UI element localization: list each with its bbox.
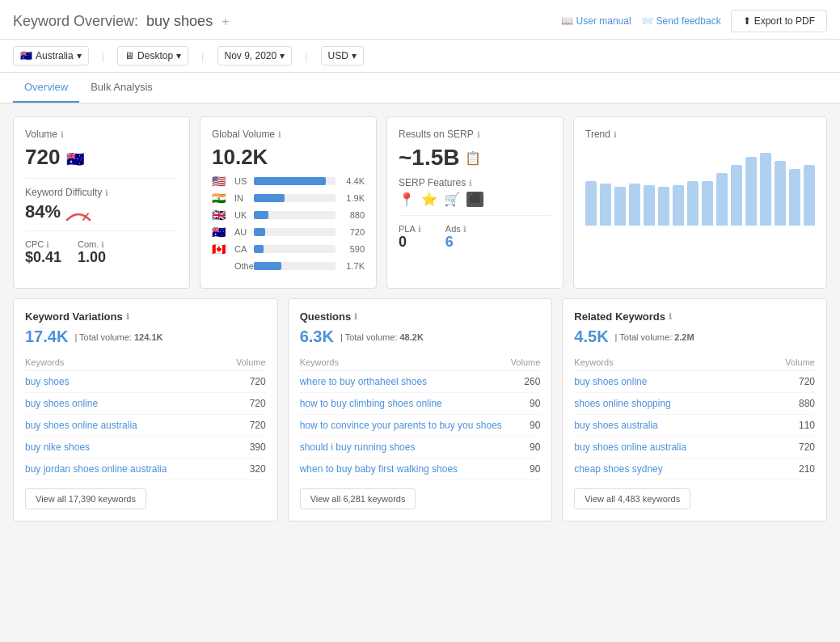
chevron-down-icon-4: ▾ xyxy=(352,50,357,61)
q-kw-vol: 90 xyxy=(509,458,540,480)
currency-label: USD xyxy=(328,50,348,61)
gv-row-us: 🇺🇸 US 4.4K xyxy=(212,175,365,188)
com-info-icon[interactable]: ℹ xyxy=(101,240,104,249)
table-row: shoes online shopping880 xyxy=(574,393,815,415)
tab-bulk-analysis[interactable]: Bulk Analysis xyxy=(79,73,164,103)
serp-features-info-icon[interactable]: ℹ xyxy=(469,179,472,188)
feedback-icon: 📨 xyxy=(641,15,653,27)
currency-filter[interactable]: USD ▾ xyxy=(321,46,364,65)
q-kw-vol: 260 xyxy=(509,371,540,393)
location-icon: 📍 xyxy=(399,192,415,207)
serp-info-icon[interactable]: ℹ xyxy=(477,130,480,139)
kw-vol: 720 xyxy=(224,393,266,415)
volume-flag: 🇦🇺 xyxy=(66,151,84,167)
kw-link[interactable]: buy shoes online australia xyxy=(25,415,224,437)
trend-bar xyxy=(673,185,684,226)
kv-view-all-button[interactable]: View all 17,390 keywords xyxy=(25,488,146,509)
send-feedback-link[interactable]: 📨 Send feedback xyxy=(641,15,721,27)
rk-kw-link[interactable]: buy shoes online xyxy=(574,371,764,393)
country-filter[interactable]: 🇦🇺 Australia ▾ xyxy=(13,46,89,65)
user-manual-link[interactable]: 📖 User manual xyxy=(561,15,631,27)
date-filter[interactable]: Nov 9, 2020 ▾ xyxy=(217,46,293,65)
global-volume-info-icon[interactable]: ℹ xyxy=(278,130,281,139)
book-icon: 📖 xyxy=(561,15,573,27)
serp-features-icons: 📍 ⭐ 🛒 ⬛ xyxy=(399,192,551,207)
table-row: buy shoes online720 xyxy=(25,393,266,415)
table-row: buy jordan shoes online australia320 xyxy=(25,458,266,480)
table-row: where to buy orthaheel shoes260 xyxy=(300,371,541,393)
pla-info-icon[interactable]: ℹ xyxy=(418,225,421,234)
kv-count: 17.4K xyxy=(25,327,68,346)
q-kw-link[interactable]: should i buy running shoes xyxy=(300,437,510,458)
gv-row-uk: 🇬🇧 UK 880 xyxy=(212,209,365,222)
kv-table: Keywords Volume buy shoes720buy shoes on… xyxy=(25,354,266,480)
trend-bar xyxy=(760,153,771,226)
kv-info-icon[interactable]: ℹ xyxy=(126,312,129,321)
q-kw-link[interactable]: how to buy climbing shoes online xyxy=(300,393,510,415)
global-volume-label: Global Volume xyxy=(212,129,275,140)
us-flag: 🇺🇸 xyxy=(212,175,230,188)
device-label: Desktop xyxy=(137,50,173,61)
q-kw-link[interactable]: when to buy baby first walking shoes xyxy=(300,458,510,480)
serp-features-label: SERP Features ℹ xyxy=(399,177,551,188)
filters-bar: 🇦🇺 Australia ▾ | 🖥 Desktop ▾ | Nov 9, 20… xyxy=(0,40,840,73)
kw-link[interactable]: buy jordan shoes online australia xyxy=(25,458,224,480)
trend-info-icon[interactable]: ℹ xyxy=(614,130,617,139)
table-row: when to buy baby first walking shoes90 xyxy=(300,458,541,480)
keyword-title: buy shoes xyxy=(146,13,213,29)
block-icon: ⬛ xyxy=(466,192,483,207)
kd-info-icon[interactable]: ℹ xyxy=(105,188,108,197)
kd-label: Keyword Difficulty xyxy=(25,187,102,198)
rk-table: Keywords Volume buy shoes online720shoes… xyxy=(574,354,815,480)
tab-overview[interactable]: Overview xyxy=(13,73,79,103)
pla-ads-row: PLA ℹ 0 Ads ℹ 6 xyxy=(399,224,551,251)
device-filter[interactable]: 🖥 Desktop ▾ xyxy=(117,46,188,65)
kw-link[interactable]: buy shoes online xyxy=(25,393,224,415)
rk-kw-link[interactable]: buy shoes online australia xyxy=(574,437,764,458)
rk-kw-link[interactable]: cheap shoes sydney xyxy=(574,458,764,480)
table-row: buy nike shoes390 xyxy=(25,437,266,458)
add-keyword-icon[interactable]: + xyxy=(222,15,229,28)
q-kw-vol: 90 xyxy=(509,393,540,415)
trend-bar xyxy=(687,181,699,226)
serp-label: Results on SERP xyxy=(399,129,474,140)
rk-info-icon[interactable]: ℹ xyxy=(669,312,672,321)
export-pdf-button[interactable]: ⬆ Export to PDF xyxy=(731,10,827,32)
kd-gauge xyxy=(65,205,91,218)
q-kw-link[interactable]: how to convince your parents to buy you … xyxy=(300,415,510,437)
kw-link[interactable]: buy shoes xyxy=(25,371,224,393)
q-view-all-button[interactable]: View all 6,281 keywords xyxy=(300,488,416,509)
global-volume-card: Global Volume ℹ 10.2K 🇺🇸 US 4.4K 🇮🇳 IN 1… xyxy=(200,116,377,289)
in-flag: 🇮🇳 xyxy=(212,192,230,205)
kw-link[interactable]: buy nike shoes xyxy=(25,437,224,458)
global-volume-value: 10.2K xyxy=(212,145,365,170)
rk-kw-vol: 110 xyxy=(765,415,815,437)
table-row: how to buy climbing shoes online90 xyxy=(300,393,541,415)
q-col-vol: Volume xyxy=(509,354,540,371)
star-icon: ⭐ xyxy=(421,192,437,207)
trend-bar xyxy=(731,165,742,226)
rk-title: Related Keywords xyxy=(574,310,665,323)
rk-kw-link[interactable]: shoes online shopping xyxy=(574,393,764,415)
cpc-info-icon[interactable]: ℹ xyxy=(46,240,49,249)
rk-kw-link[interactable]: buy shoes australia xyxy=(574,415,764,437)
trend-bar xyxy=(600,184,611,226)
ads-info-icon[interactable]: ℹ xyxy=(463,225,466,234)
volume-value: 720 🇦🇺 xyxy=(25,145,178,170)
kw-vol: 390 xyxy=(224,437,266,458)
q-info-icon[interactable]: ℹ xyxy=(354,312,357,321)
volume-info-icon[interactable]: ℹ xyxy=(61,130,64,139)
q-kw-link[interactable]: where to buy orthaheel shoes xyxy=(300,371,510,393)
rk-col-kw: Keywords xyxy=(574,354,764,371)
table-row: buy shoes720 xyxy=(25,371,266,393)
main-content: Volume ℹ 720 🇦🇺 Keyword Difficulty ℹ 84% xyxy=(0,103,840,534)
rk-view-all-button[interactable]: View all 4,483 keywords xyxy=(574,488,690,509)
table-row: how to convince your parents to buy you … xyxy=(300,415,541,437)
filter-separator-2: | xyxy=(201,50,204,62)
gv-row-in: 🇮🇳 IN 1.9K xyxy=(212,192,365,205)
kv-col-vol: Volume xyxy=(224,354,266,371)
kv-total: | Total volume: 124.1K xyxy=(74,332,163,342)
related-keywords-section: Related Keywords ℹ 4.5K | Total volume: … xyxy=(562,298,827,522)
trend-bar xyxy=(716,173,728,226)
trend-label: Trend xyxy=(585,129,610,140)
